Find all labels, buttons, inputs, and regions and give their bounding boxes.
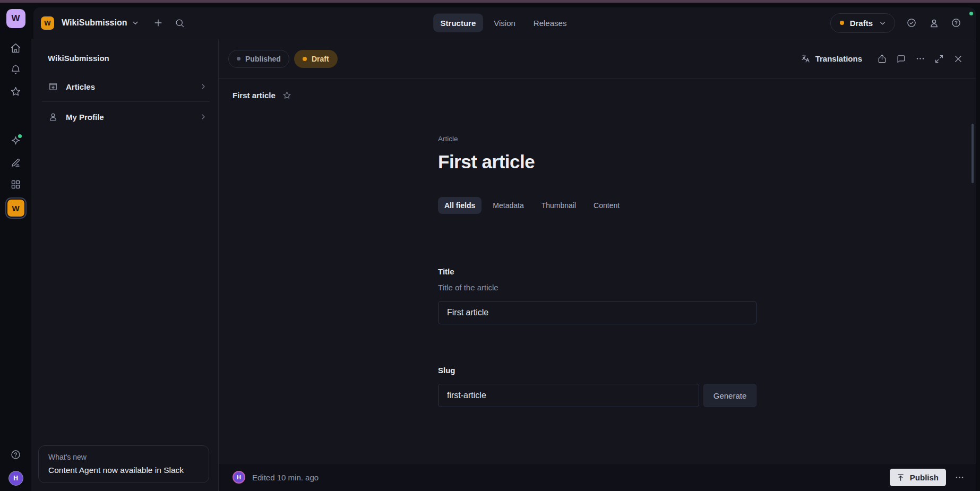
document-breadcrumb-row: First article: [219, 79, 976, 111]
title-field-group: Title Title of the article: [438, 267, 757, 324]
slug-field-group: Slug Generate: [438, 366, 757, 407]
published-status-dot: [237, 57, 240, 61]
edited-timestamp: Edited 10 min. ago: [252, 473, 319, 482]
tasks-check-circle-icon[interactable]: [902, 14, 921, 32]
title-input[interactable]: [438, 301, 757, 324]
app-root: W W H: [0, 3, 980, 491]
workspace: WikiSubmission Articles My Profile: [31, 39, 976, 491]
tab-structure[interactable]: Structure: [433, 14, 484, 32]
slug-input-row: Generate: [438, 384, 757, 407]
drafts-perspective-button[interactable]: Drafts: [830, 13, 895, 33]
field-tab-thumbnail[interactable]: Thumbnail: [535, 197, 582, 214]
translate-icon: [801, 54, 811, 64]
whats-new-card[interactable]: What's new Content Agent now available i…: [38, 445, 209, 483]
title-field-description: Title of the article: [438, 283, 757, 292]
drafts-status-dot: [840, 21, 844, 25]
title-field-label: Title: [438, 267, 757, 276]
tab-vision[interactable]: Vision: [486, 14, 523, 32]
more-options-icon[interactable]: [911, 50, 929, 68]
editor-avatar[interactable]: H: [233, 471, 245, 484]
draft-label: Draft: [312, 55, 329, 63]
project-logo[interactable]: W: [6, 9, 25, 28]
icon-rail: W W H: [0, 3, 31, 491]
sidebar-divider: [42, 101, 210, 102]
vertical-scrollbar-thumb[interactable]: [972, 124, 974, 183]
publish-button[interactable]: Publish: [890, 469, 946, 486]
comments-icon[interactable]: [892, 50, 910, 68]
chevron-right-icon: [199, 113, 208, 121]
document-form: Article First article All fields Metadat…: [438, 111, 757, 407]
workspace-chevron-down-icon[interactable]: [129, 14, 142, 32]
translations-label: Translations: [815, 54, 862, 63]
drafts-label: Drafts: [850, 19, 873, 28]
chevron-right-icon: [199, 82, 208, 91]
favorite-star-icon[interactable]: [281, 90, 293, 101]
document-pane-header: Published Draft Translations: [219, 39, 976, 79]
document-title-heading: First article: [438, 151, 757, 173]
apps-grid-icon[interactable]: [6, 175, 25, 194]
search-icon[interactable]: [170, 14, 188, 32]
draft-status-dot: [303, 57, 307, 61]
home-icon[interactable]: [6, 38, 25, 57]
field-tab-metadata[interactable]: Metadata: [486, 197, 530, 214]
published-label: Published: [245, 55, 281, 63]
notifications-bell-icon[interactable]: [6, 60, 25, 79]
navbar-right-group: Drafts: [830, 13, 965, 33]
tab-releases[interactable]: Releases: [526, 14, 574, 32]
document-footer: H Edited 10 min. ago Publish: [219, 463, 976, 491]
draft-version-chip[interactable]: Draft: [294, 50, 338, 68]
create-new-plus-icon[interactable]: [149, 14, 167, 32]
user-notification-dot: [969, 12, 973, 15]
document-type-label: Article: [438, 135, 757, 143]
footer-actions: Publish: [890, 468, 968, 486]
help-circle-icon[interactable]: [947, 14, 965, 32]
tool-tabs: Structure Vision Releases: [433, 14, 574, 32]
generate-slug-button[interactable]: Generate: [703, 384, 757, 407]
workspace-badge[interactable]: W: [41, 16, 54, 30]
rail-bottom-group: H: [6, 445, 25, 486]
workspace-initial: W: [7, 200, 24, 217]
sidebar-item-label: Articles: [66, 82, 95, 91]
top-navbar: W WikiSubmission Drafts: [31, 3, 976, 39]
sidebar-item-label: My Profile: [66, 113, 104, 122]
active-workspace-button[interactable]: W: [5, 197, 27, 219]
slug-input[interactable]: [438, 384, 699, 407]
sidebar-item-articles[interactable]: Articles: [31, 74, 218, 99]
field-group-tabs: All fields Metadata Thumbnail Content: [438, 197, 757, 214]
document-pane: Published Draft Translations: [219, 39, 976, 491]
translations-button[interactable]: Translations: [795, 50, 867, 67]
publish-label: Publish: [910, 473, 939, 482]
main-column: W WikiSubmission Drafts: [31, 3, 976, 491]
slug-field-label: Slug: [438, 366, 757, 375]
sidebar-item-my-profile[interactable]: My Profile: [31, 105, 218, 129]
person-icon: [48, 111, 58, 122]
footer-more-options-icon[interactable]: [950, 468, 968, 486]
community-user-icon[interactable]: [925, 14, 943, 32]
pane-actions: Translations: [795, 50, 967, 68]
sparkle-notification-dot: [18, 134, 22, 138]
published-version-chip[interactable]: Published: [228, 50, 289, 68]
archive-box-icon: [48, 81, 58, 92]
close-pane-icon[interactable]: [949, 50, 967, 68]
expand-pane-icon[interactable]: [930, 50, 948, 68]
sidebar-spacer: [31, 129, 218, 445]
drafts-chevron-down-icon: [879, 19, 887, 27]
help-icon[interactable]: [6, 445, 25, 464]
favorites-star-icon[interactable]: [6, 82, 25, 101]
field-tab-content[interactable]: Content: [587, 197, 626, 214]
share-icon[interactable]: [873, 50, 891, 68]
user-avatar[interactable]: H: [8, 471, 23, 486]
whats-new-title: What's new: [48, 453, 199, 461]
document-body: Article First article All fields Metadat…: [219, 111, 976, 463]
compose-pencil-icon[interactable]: [6, 153, 25, 172]
whats-new-message: Content Agent now available in Slack: [48, 466, 199, 475]
sidebar-title: WikiSubmission: [31, 39, 218, 74]
workspace-name[interactable]: WikiSubmission: [62, 18, 127, 28]
structure-sidebar: WikiSubmission Articles My Profile: [31, 39, 219, 491]
document-breadcrumb-title: First article: [233, 91, 276, 100]
publish-arrow-icon: [896, 473, 905, 482]
field-tab-all-fields[interactable]: All fields: [438, 197, 482, 214]
ai-sparkle-icon[interactable]: [6, 131, 25, 150]
